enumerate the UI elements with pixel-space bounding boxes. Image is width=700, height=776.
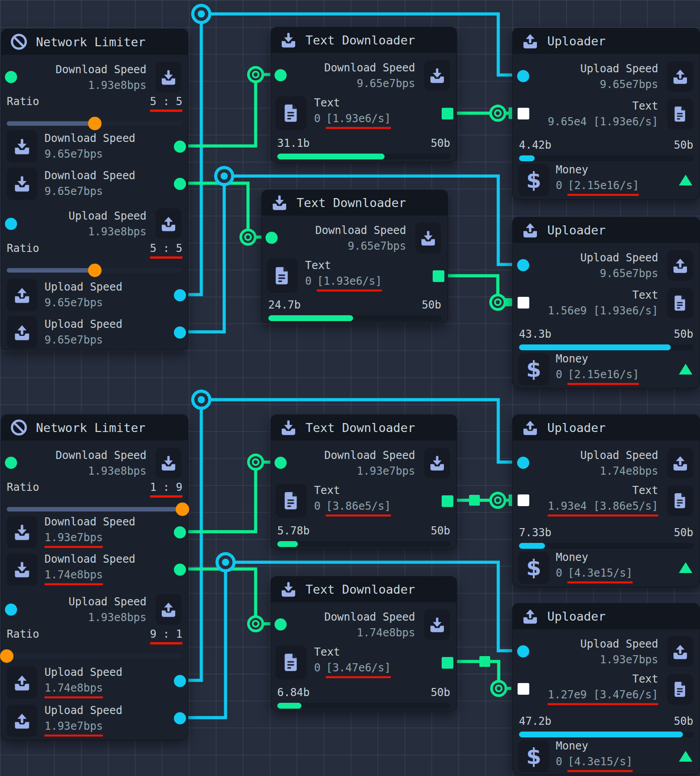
node-header[interactable]: Text Downloader <box>270 414 457 441</box>
text-output-port[interactable] <box>442 108 453 119</box>
node-uploader-4[interactable]: Uploader Upload Speed 1.93e7bps Text 1.2… <box>512 603 700 775</box>
node-uploader-2[interactable]: Uploader Upload Speed 9.65e7bps Text 1.5… <box>512 217 700 388</box>
text-input-port[interactable] <box>518 494 529 506</box>
progress-bar <box>519 732 693 737</box>
progress-bar <box>277 541 450 547</box>
file-icon <box>275 96 307 130</box>
upload-speed-input-port[interactable] <box>517 457 529 469</box>
upload-speed-input-port[interactable] <box>5 218 17 230</box>
upload-speed-output: Upload Speed 9.65e7bps <box>44 318 122 346</box>
upload-icon <box>7 316 37 348</box>
download-speed-input-port[interactable] <box>275 457 287 469</box>
progress-bar <box>268 315 441 321</box>
wire-junction <box>193 391 210 408</box>
download-speed-output-port[interactable] <box>174 178 186 190</box>
wire-junction <box>491 295 505 309</box>
download-speed-input-port[interactable] <box>5 71 17 83</box>
upload-speed-input-port[interactable] <box>5 604 17 616</box>
slider-knob[interactable] <box>176 503 189 516</box>
cyan-wire-junctions[interactable] <box>193 5 234 571</box>
node-text-downloader-4[interactable]: Text Downloader Download Speed 1.74e8bps… <box>270 576 457 711</box>
download-speed-input-port[interactable] <box>275 69 287 81</box>
download-icon <box>279 580 297 598</box>
node-header[interactable]: Text Downloader <box>261 190 448 216</box>
slider-knob[interactable] <box>88 117 102 130</box>
upload-speed-input-port[interactable] <box>517 259 529 271</box>
upload-speed-input-port[interactable] <box>517 70 529 82</box>
download-speed-input: Download Speed 1.93e8bps <box>56 64 146 92</box>
download-speed-input-port[interactable] <box>5 457 17 469</box>
node-title: Network Limiter <box>36 35 146 49</box>
download-icon <box>424 609 450 640</box>
money-output-port[interactable] <box>679 562 692 573</box>
node-title: Text Downloader <box>297 196 406 210</box>
money-output: Money 0[4.3e15/s] <box>556 551 633 583</box>
money-output-port[interactable] <box>679 751 692 762</box>
node-header[interactable]: Uploader <box>512 28 700 54</box>
node-header[interactable]: Network Limiter <box>1 29 188 55</box>
text-output-port[interactable] <box>442 657 453 669</box>
node-text-downloader-3[interactable]: Text Downloader Download Speed 1.93e7bps… <box>270 414 457 549</box>
node-header[interactable]: Uploader <box>512 603 700 629</box>
file-icon <box>667 99 693 129</box>
ratio-slider[interactable] <box>7 116 182 131</box>
wire-junction <box>241 230 255 244</box>
text-input-port[interactable] <box>518 683 529 695</box>
download-speed-input-port[interactable] <box>275 618 287 630</box>
upload-speed-output-port[interactable] <box>174 289 186 301</box>
node-header[interactable]: Uploader <box>512 414 700 441</box>
ratio-label: Ratio <box>7 95 39 108</box>
progress-labels: 6.84b 50b <box>277 686 450 699</box>
download-ratio-control: Ratio5 : 5 <box>7 95 182 131</box>
download-speed-output-port[interactable] <box>174 141 186 153</box>
download-speed-input: Download Speed 9.65e7bps <box>324 62 415 90</box>
progress-labels: 47.2b 50b <box>519 715 693 728</box>
wire-junction <box>491 493 505 507</box>
node-text-downloader-1[interactable]: Text Downloader Download Speed 9.65e7bps… <box>270 27 457 163</box>
upload-speed-output-port[interactable] <box>174 326 186 339</box>
upload-speed-input: Upload Speed 1.93e7bps <box>580 638 658 666</box>
money-icon: $ <box>518 353 549 385</box>
ratio-slider[interactable] <box>7 502 182 516</box>
upload-icon <box>155 594 182 625</box>
text-input-port[interactable] <box>518 108 529 119</box>
money-output-port[interactable] <box>679 364 692 375</box>
download-speed-output-port[interactable] <box>174 564 186 576</box>
upload-speed-output-port[interactable] <box>174 712 186 724</box>
upload-icon <box>7 279 37 311</box>
ratio-slider[interactable] <box>7 263 182 278</box>
money-output-port[interactable] <box>679 175 692 185</box>
text-input-port[interactable] <box>518 297 529 309</box>
node-header[interactable]: Uploader <box>512 217 700 243</box>
upload-speed-output-port[interactable] <box>174 675 186 687</box>
ratio-slider[interactable] <box>7 649 182 663</box>
download-icon <box>7 553 37 586</box>
ratio-label: Ratio <box>7 242 39 255</box>
node-header[interactable]: Text Downloader <box>270 27 457 53</box>
download-speed-input: Download Speed 1.93e7bps <box>324 450 415 477</box>
download-icon <box>270 194 288 212</box>
ratio-value: 1 : 9 <box>150 481 182 498</box>
upload-speed-input: Upload Speed 1.93e8bps <box>69 210 146 238</box>
node-title: Text Downloader <box>306 33 415 47</box>
node-graph-canvas[interactable]: Network Limiter Download Speed 1.93e8bps… <box>0 0 700 776</box>
wire-caps <box>469 107 513 667</box>
money-output: Money 0[4.3e15/s] <box>556 740 633 772</box>
node-uploader-1[interactable]: Uploader Upload Speed 9.65e7bps Text 9.6… <box>512 28 700 200</box>
slider-knob[interactable] <box>0 649 13 663</box>
upload-speed-input-port[interactable] <box>517 645 529 657</box>
download-speed-input-port[interactable] <box>266 232 278 244</box>
text-output-port[interactable] <box>433 270 444 282</box>
progress-bar <box>519 543 693 549</box>
download-speed-output-port[interactable] <box>174 526 186 538</box>
download-icon <box>279 31 297 49</box>
text-output-port[interactable] <box>442 495 453 507</box>
node-text-downloader-2[interactable]: Text Downloader Download Speed 9.65e7bps… <box>261 190 448 323</box>
node-uploader-3[interactable]: Uploader Upload Speed 1.74e8bps Text 1.9… <box>512 414 700 587</box>
slider-knob[interactable] <box>88 264 102 277</box>
node-network-limiter-1[interactable]: Network Limiter Download Speed 1.93e8bps… <box>1 29 188 350</box>
node-header[interactable]: Text Downloader <box>270 576 457 602</box>
progress-total: 50b <box>431 137 450 150</box>
node-network-limiter-2[interactable]: Network Limiter Download Speed 1.93e8bps… <box>1 414 188 740</box>
node-header[interactable]: Network Limiter <box>1 414 188 441</box>
